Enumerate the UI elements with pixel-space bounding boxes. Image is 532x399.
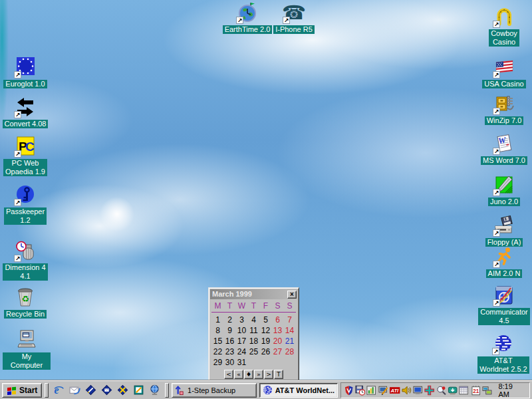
att-globe-small-icon <box>263 385 273 395</box>
desktop-icon-dimension4[interactable]: ↗ Dimension 4 4.1 <box>1 239 49 281</box>
internet-explorer-icon[interactable]: e <box>53 384 65 396</box>
desktop-icon-communicator[interactable]: ↗ Communicator 4.5 <box>475 284 532 325</box>
calendar-nav-button[interactable]: > <box>264 370 273 379</box>
desktop-icon-pc-web-opaedia[interactable]: PC ↗ PC Web Opaedia 1.9 <box>1 135 49 176</box>
calendar-day[interactable]: 24 <box>236 346 248 357</box>
desktop-icon-label: Recycle Bin <box>4 310 47 319</box>
shortcut-arrow-icon: ↗ <box>14 199 21 206</box>
calendar-day[interactable]: 31 <box>236 357 248 368</box>
desktop-icon-passkeeper[interactable]: ↗ Passkeeper 1.2 <box>1 184 49 225</box>
calendar-day[interactable]: 16 <box>224 336 236 346</box>
calendar-day[interactable]: 28 <box>284 346 296 357</box>
calendar-day[interactable]: 29 <box>212 357 224 368</box>
task-button-att-worldnet[interactable]: AT&T WorldNet... <box>259 383 338 398</box>
calendar-nav-button[interactable]: « <box>234 370 243 379</box>
desktop-icon-earthtime[interactable]: ↗ EarthTime 2.0 <box>222 1 273 34</box>
calendar-day[interactable]: 14 <box>284 325 296 336</box>
calendar-day-header: S <box>284 301 296 311</box>
backup-clock-icon[interactable] <box>355 385 365 396</box>
calendar-day[interactable]: 12 <box>260 325 272 336</box>
taskbar-handle[interactable] <box>45 383 49 398</box>
calendar-day[interactable]: 22 <box>212 346 224 357</box>
outlook-express-icon[interactable] <box>69 384 80 396</box>
system-monitor-icon[interactable] <box>366 385 376 396</box>
calendar-day[interactable]: 17 <box>236 336 248 346</box>
desktop-icon-label: Dimension 4 4.1 <box>3 263 47 281</box>
calendar-day <box>284 357 296 368</box>
lotus-notes-icon[interactable] <box>133 384 144 396</box>
desktop-icon-label: USA Casino <box>482 80 525 88</box>
connection-icon[interactable] <box>448 385 458 396</box>
calendar-nav-button[interactable]: » <box>254 370 263 379</box>
shortcut-arrow-icon: ↗ <box>493 21 500 28</box>
calendar-day[interactable]: 13 <box>272 325 284 336</box>
desktop-icon-my-computer[interactable]: My Computer <box>3 329 51 370</box>
calendar-date-21-icon[interactable]: 21 <box>471 385 481 396</box>
calendar-day[interactable]: 26 <box>260 346 272 357</box>
calendar-day[interactable]: 25 <box>248 346 260 357</box>
desktop-icon-floppy-a[interactable]: ↗ Floppy (A) <box>476 214 532 247</box>
desktop-icon-label: PC Web Opaedia 1.9 <box>3 159 47 176</box>
calendar-day[interactable]: 3 <box>236 315 248 325</box>
desktop-icon-recycle-bin[interactable]: ♻ Recycle Bin <box>1 286 49 319</box>
desktop-icon-usa-casino[interactable]: ↗ USA Casino <box>476 56 532 88</box>
desktop-icon-aim[interactable]: ↗ AIM 2.0 N <box>476 245 532 278</box>
calendar-day[interactable]: 2 <box>224 315 236 325</box>
task-button-label: 1-Step Backup <box>188 386 235 394</box>
calendar-nav-button[interactable]: < <box>224 370 233 379</box>
display-settings-icon[interactable] <box>378 385 388 396</box>
taskbar-handle[interactable] <box>165 383 169 398</box>
calendar-day[interactable]: 11 <box>248 325 260 336</box>
calendar-day[interactable]: 5 <box>260 315 272 325</box>
calendar-day[interactable]: 19 <box>260 336 272 346</box>
lotus-mail-icon[interactable] <box>101 384 112 396</box>
lotus-wordpro-icon[interactable] <box>85 384 96 396</box>
calendar-day[interactable]: 21 <box>284 336 296 346</box>
volume-icon[interactable] <box>402 385 412 396</box>
recycle-bin-icon: ♻ <box>14 286 37 309</box>
desktop-icon-ms-word[interactable]: W ↗ MS Word 7.0 <box>476 132 532 165</box>
task-button-1step-backup[interactable]: 1-Step Backup <box>172 383 257 398</box>
ati-icon[interactable]: ATI <box>390 385 400 396</box>
shortcut-arrow-icon: ↗ <box>493 148 500 155</box>
close-icon[interactable]: × <box>287 291 297 299</box>
desktop-icon-euroglot[interactable]: ↗ Euroglot 1.0 <box>1 56 49 88</box>
desktop-icon-cowboy-casino[interactable]: ↗ Cowboy Casino <box>476 5 532 47</box>
network-icon[interactable] <box>482 385 492 396</box>
desktop-icon-convert[interactable]: ↗ Convert 4.08 <box>1 96 49 128</box>
calendar-day[interactable]: 30 <box>224 357 236 368</box>
system-tray: ATI 21 8:19 AM <box>340 382 530 398</box>
calendar-day[interactable]: 27 <box>272 346 284 357</box>
taskbar-clock[interactable]: 8:19 AM <box>498 382 524 398</box>
magnifier-icon[interactable] <box>436 385 446 396</box>
calendar-day[interactable]: 23 <box>224 346 236 357</box>
calendar-day[interactable]: 6 <box>272 315 284 325</box>
shortcut-arrow-icon: ↗ <box>493 261 500 268</box>
calendar-grid-icon[interactable] <box>459 385 469 396</box>
calendar-nav-button[interactable]: T <box>274 370 283 379</box>
quick-launch-bar: e <box>51 384 162 396</box>
first-aid-cross-icon[interactable] <box>424 385 434 396</box>
desktop-icon-att-worldnet[interactable]: ↗ AT&T Worldnet 2.5.2 <box>473 332 532 374</box>
start-button[interactable]: Start <box>2 383 42 398</box>
calendar-day[interactable]: 4 <box>248 315 260 325</box>
desktop: ↗ Euroglot 1.0 ↗ Convert 4.08 PC ↗ PC We… <box>0 0 532 399</box>
calendar-day[interactable]: 18 <box>248 336 260 346</box>
calendar-day[interactable]: 10 <box>236 325 248 336</box>
globe-icon[interactable] <box>149 384 160 396</box>
calendar-day[interactable]: 9 <box>224 325 236 336</box>
desktop-icon-iphone[interactable]: ☎ ↗ I-Phone R5 <box>272 1 316 34</box>
calendar-nav-button[interactable]: ♦ <box>244 370 253 379</box>
desktop-icon-juno[interactable]: ↗ Juno 2.0 <box>476 174 532 206</box>
calendar-day[interactable]: 20 <box>272 336 284 346</box>
calendar-day[interactable]: 1 <box>212 315 224 325</box>
taskbar: Start e 1-Step Backup AT&T WorldNet... <box>0 380 532 399</box>
calendar-day[interactable]: 15 <box>212 336 224 346</box>
calendar-day[interactable]: 7 <box>284 315 296 325</box>
calendar-day[interactable]: 8 <box>212 325 224 336</box>
desktop-icon-winzip[interactable]: ↗ WinZip 7.0 <box>476 92 532 125</box>
antivirus-shield-icon[interactable] <box>344 385 354 396</box>
lotus-123-icon[interactable] <box>117 384 128 396</box>
resolution-monitor-icon[interactable] <box>413 385 423 396</box>
calendar-titlebar[interactable]: March 1999 × <box>210 289 297 299</box>
